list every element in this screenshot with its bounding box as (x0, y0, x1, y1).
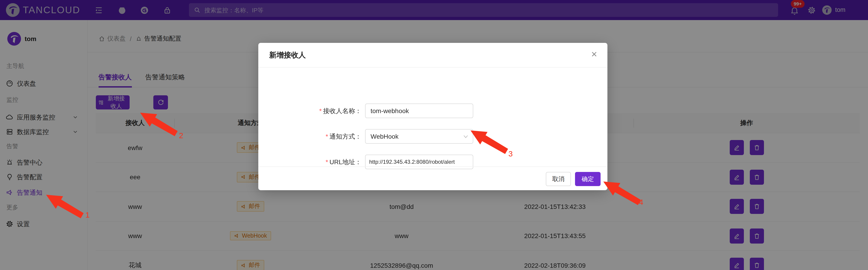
add-receiver-modal: 新增接收人 ✕ *接收人名称： *通知方式： *URL地址： 取消 确定 (258, 43, 608, 190)
notice-method-label: 通知方式： (330, 133, 362, 140)
url-label: URL地址： (330, 158, 362, 166)
annotation-step-4: 4 (639, 198, 643, 207)
annotation-arrow-2 (139, 112, 180, 139)
form-row-receiver-name: *接收人名称： (258, 104, 608, 118)
annotation-arrow-4 (602, 180, 644, 208)
required-asterisk: * (326, 133, 328, 140)
notice-method-value[interactable] (366, 130, 473, 143)
select-chevron-icon (463, 134, 468, 139)
receiver-name-label: 接收人名称： (323, 107, 362, 114)
close-icon[interactable]: ✕ (589, 50, 599, 60)
required-asterisk: * (326, 158, 328, 166)
annotation-arrow-1 (45, 194, 86, 221)
modal-header: 新增接收人 ✕ (258, 43, 608, 67)
required-asterisk: * (319, 107, 322, 114)
receiver-name-field (365, 104, 473, 118)
confirm-button[interactable]: 确定 (575, 172, 600, 186)
notice-method-select[interactable] (365, 129, 473, 144)
form-row-notice-method: *通知方式： (258, 129, 608, 144)
app-window: TANCLOUD 99+ (0, 0, 868, 270)
modal-title: 新增接收人 (269, 50, 306, 60)
cancel-button[interactable]: 取消 (546, 172, 571, 186)
annotation-arrow-3 (470, 130, 511, 157)
annotation-step-3: 3 (508, 149, 513, 159)
annotation-step-1: 1 (85, 211, 90, 220)
receiver-name-input[interactable] (366, 104, 473, 118)
modal-footer: 取消 确定 (258, 166, 608, 190)
annotation-step-2: 2 (179, 131, 183, 140)
